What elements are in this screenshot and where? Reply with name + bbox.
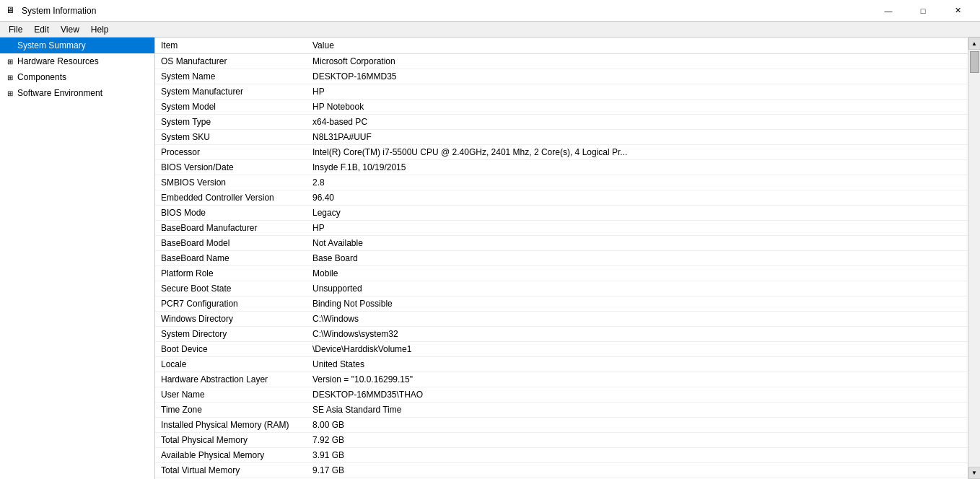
table-cell-item: Installed Physical Memory (RAM) [155, 418, 307, 433]
table-cell-item: Time Zone [155, 403, 307, 418]
table-cell-item: System Name [155, 69, 307, 84]
table-cell-value: Intel(R) Core(TM) i7-5500U CPU @ 2.40GHz… [307, 145, 968, 160]
table-cell-value: HP [307, 221, 968, 236]
scroll-up-button[interactable]: ▲ [968, 38, 981, 50]
scroll-down-button[interactable]: ▼ [968, 467, 981, 479]
scroll-thumb[interactable] [970, 51, 979, 73]
expand-icon-software-environment: ⊞ [4, 87, 16, 99]
table-cell-value: 96.40 [307, 190, 968, 206]
close-button[interactable]: ✕ [941, 0, 974, 22]
table-row: Boot Device\Device\HarddiskVolume1 [155, 342, 968, 357]
table-cell-item: Secure Boot State [155, 281, 307, 296]
table-cell-value: N8L31PA#UUF [307, 130, 968, 145]
table-cell-value: SE Asia Standard Time [307, 403, 968, 418]
table-cell-item: BIOS Version/Date [155, 160, 307, 175]
table-cell-value: 9.17 GB [307, 463, 968, 478]
table-cell-item: Windows Directory [155, 312, 307, 327]
table-cell-item: Processor [155, 145, 307, 160]
table-row: BIOS Version/DateInsyde F.1B, 10/19/2015 [155, 160, 968, 175]
sidebar-item-system-summary[interactable]: System Summary [0, 38, 154, 53]
table-row: System NameDESKTOP-16MMD35 [155, 69, 968, 84]
table-cell-value: Legacy [307, 206, 968, 221]
table-cell-item: BIOS Mode [155, 206, 307, 221]
table-row: System SKUN8L31PA#UUF [155, 130, 968, 145]
table-cell-value: Insyde F.1B, 10/19/2015 [307, 160, 968, 175]
table-cell-value: 7.92 GB [307, 433, 968, 448]
title-bar-controls: — □ ✕ [872, 0, 974, 22]
sidebar-label-hardware-resources: Hardware Resources [17, 56, 99, 66]
table-cell-value: DESKTOP-16MMD35\THAO [307, 387, 968, 403]
table-row: BaseBoard NameBase Board [155, 251, 968, 266]
column-header-item: Item [155, 38, 307, 54]
table-row: Windows DirectoryC:\Windows [155, 312, 968, 327]
sidebar-item-components[interactable]: ⊞ Components [0, 69, 154, 85]
expand-icon-system-summary [4, 40, 16, 51]
table-cell-item: System Model [155, 100, 307, 115]
table-row: System ModelHP Notebook [155, 100, 968, 115]
table-row: BaseBoard ModelNot Available [155, 236, 968, 251]
menu-edit[interactable]: Edit [28, 23, 55, 36]
table-cell-value: Binding Not Possible [307, 296, 968, 312]
table-row: Total Physical Memory7.92 GB [155, 433, 968, 448]
sidebar-item-hardware-resources[interactable]: ⊞ Hardware Resources [0, 53, 154, 69]
table-cell-value: 3.91 GB [307, 448, 968, 463]
column-header-value: Value [307, 38, 968, 54]
table-row: Platform RoleMobile [155, 266, 968, 281]
table-cell-value: Microsoft Corporation [307, 54, 968, 69]
table-cell-value: Base Board [307, 251, 968, 266]
maximize-button[interactable]: □ [906, 0, 940, 22]
menu-file[interactable]: File [3, 23, 28, 36]
expand-icon-components: ⊞ [4, 71, 16, 83]
main-container: System Summary ⊞ Hardware Resources ⊞ Co… [0, 38, 980, 479]
table-cell-item: System SKU [155, 130, 307, 145]
table-row: Secure Boot StateUnsupported [155, 281, 968, 296]
table-row: Time ZoneSE Asia Standard Time [155, 403, 968, 418]
sidebar-label-software-environment: Software Environment [17, 88, 102, 98]
table-row: Hardware Abstraction LayerVersion = "10.… [155, 372, 968, 387]
table-row: System ManufacturerHP [155, 84, 968, 100]
table-cell-item: Total Physical Memory [155, 433, 307, 448]
table-cell-item: SMBIOS Version [155, 175, 307, 190]
table-cell-item: Total Virtual Memory [155, 463, 307, 478]
table-row: User NameDESKTOP-16MMD35\THAO [155, 387, 968, 403]
table-cell-item: PCR7 Configuration [155, 296, 307, 312]
menu-help[interactable]: Help [85, 23, 115, 36]
table-cell-value: \Device\HarddiskVolume1 [307, 342, 968, 357]
menu-bar: File Edit View Help [0, 22, 980, 38]
scrollbar[interactable]: ▲ ▼ [968, 38, 980, 479]
table-row: Available Physical Memory3.91 GB [155, 448, 968, 463]
menu-view[interactable]: View [55, 23, 85, 36]
table-row: ProcessorIntel(R) Core(TM) i7-5500U CPU … [155, 145, 968, 160]
window-title: System Information [22, 6, 96, 16]
scroll-track [968, 50, 980, 467]
sidebar-item-software-environment[interactable]: ⊞ Software Environment [0, 85, 154, 101]
table-row: OS ManufacturerMicrosoft Corporation [155, 54, 968, 69]
table-row: LocaleUnited States [155, 357, 968, 372]
content-area: Item Value OS ManufacturerMicrosoft Corp… [155, 38, 968, 479]
table-cell-item: Boot Device [155, 342, 307, 357]
table-cell-value: United States [307, 357, 968, 372]
table-cell-item: System Directory [155, 327, 307, 342]
table-cell-item: User Name [155, 387, 307, 403]
table-cell-item: System Manufacturer [155, 84, 307, 100]
table-cell-value: HP [307, 84, 968, 100]
sidebar-label-components: Components [17, 72, 66, 82]
table-cell-value: C:\Windows [307, 312, 968, 327]
table-row: PCR7 ConfigurationBinding Not Possible [155, 296, 968, 312]
table-row: System DirectoryC:\Windows\system32 [155, 327, 968, 342]
table-cell-item: Hardware Abstraction Layer [155, 372, 307, 387]
table-cell-value: C:\Windows\system32 [307, 327, 968, 342]
table-row: Total Virtual Memory9.17 GB [155, 463, 968, 478]
expand-icon-hardware-resources: ⊞ [4, 56, 16, 67]
table-cell-item: OS Manufacturer [155, 54, 307, 69]
table-cell-value: 8.00 GB [307, 418, 968, 433]
table-cell-value: x64-based PC [307, 115, 968, 130]
table-cell-item: Embedded Controller Version [155, 190, 307, 206]
sidebar: System Summary ⊞ Hardware Resources ⊞ Co… [0, 38, 155, 479]
table-cell-item: Platform Role [155, 266, 307, 281]
table-cell-value: 2.8 [307, 175, 968, 190]
table-row: System Typex64-based PC [155, 115, 968, 130]
minimize-button[interactable]: — [872, 0, 905, 22]
app-icon: 🖥 [6, 5, 17, 17]
table-cell-item: BaseBoard Name [155, 251, 307, 266]
